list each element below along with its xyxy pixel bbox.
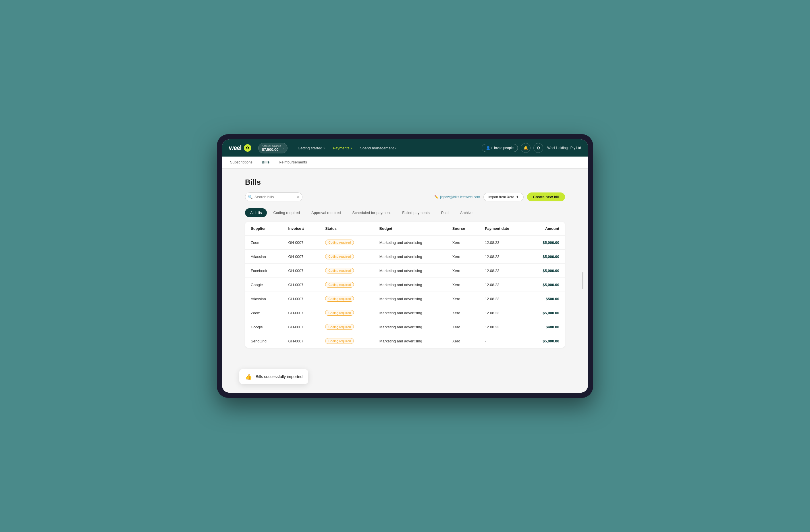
filter-tab-failed-payments[interactable]: Failed payments bbox=[397, 208, 435, 217]
cell-supplier: Atlassian bbox=[245, 292, 282, 306]
filter-tab-paid[interactable]: Paid bbox=[436, 208, 454, 217]
sub-nav-bills[interactable]: Bills bbox=[260, 157, 271, 168]
cell-source: Xero bbox=[447, 306, 479, 320]
table-row[interactable]: Atlassian GH-0007 Coding required Market… bbox=[245, 249, 565, 264]
cell-amount: $5,000.00 bbox=[527, 249, 565, 264]
toast-icon: 👍 bbox=[245, 373, 252, 380]
cell-payment-date: 12.08.23 bbox=[479, 292, 527, 306]
search-wrapper: 🔍 ✕ bbox=[245, 192, 303, 201]
gear-icon: ⚙ bbox=[537, 146, 540, 150]
cell-payment-date: 12.08.23 bbox=[479, 320, 527, 334]
cell-budget: Marketing and advertising bbox=[374, 278, 447, 292]
cell-invoice: GH-0007 bbox=[282, 236, 320, 249]
nav-payments[interactable]: Payments ▾ bbox=[329, 144, 356, 152]
logo-text: weel bbox=[229, 144, 242, 152]
cell-status: Coding required bbox=[319, 278, 374, 292]
cell-budget: Marketing and advertising bbox=[374, 236, 447, 249]
cell-budget: Marketing and advertising bbox=[374, 334, 447, 348]
device-frame: weel ✿ Account balance $7,500.00 › Getti… bbox=[217, 134, 593, 398]
upload-icon: ⬆ bbox=[516, 195, 519, 199]
toolbar: 🔍 ✕ ✏️ jigsaw@bills.letsweel.com Import … bbox=[245, 192, 565, 201]
cell-status: Coding required bbox=[319, 249, 374, 264]
cell-payment-date: 12.08.23 bbox=[479, 264, 527, 278]
cell-invoice: GH-0007 bbox=[282, 249, 320, 264]
notifications-button[interactable]: 🔔 bbox=[521, 143, 531, 153]
cell-supplier: Google bbox=[245, 278, 282, 292]
table-row[interactable]: Zoom GH-0007 Coding required Marketing a… bbox=[245, 306, 565, 320]
nav-spend-management[interactable]: Spend management ▾ bbox=[357, 144, 400, 152]
clear-search-icon[interactable]: ✕ bbox=[297, 195, 299, 199]
settings-button[interactable]: ⚙ bbox=[533, 143, 543, 153]
bills-table: Supplier Invoice # Status Budget bbox=[245, 222, 565, 348]
filter-tab-approval-required[interactable]: Approval required bbox=[306, 208, 346, 217]
sub-nav-reimbursements[interactable]: Reimbursements bbox=[278, 157, 308, 168]
table-row[interactable]: Facebook GH-0007 Coding required Marketi… bbox=[245, 264, 565, 278]
company-name: Weel Holdings Pty Ltd bbox=[547, 146, 581, 150]
navbar: weel ✿ Account balance $7,500.00 › Getti… bbox=[222, 139, 588, 157]
dropdown-arrow-icon: ▾ bbox=[323, 146, 325, 150]
email-link[interactable]: ✏️ jigsaw@bills.letsweel.com bbox=[434, 195, 480, 199]
cell-invoice: GH-0007 bbox=[282, 264, 320, 278]
chevron-right-icon: › bbox=[282, 146, 284, 150]
col-status: Status bbox=[319, 222, 374, 236]
col-invoice: Invoice # bbox=[282, 222, 320, 236]
status-badge: Coding required bbox=[325, 282, 354, 288]
filter-tab-all-bills[interactable]: All bills bbox=[245, 208, 267, 217]
cell-amount: $5,000.00 bbox=[527, 306, 565, 320]
pencil-icon: ✏️ bbox=[434, 195, 439, 199]
account-balance[interactable]: Account balance $7,500.00 › bbox=[258, 143, 288, 154]
cell-amount: $400.00 bbox=[527, 320, 565, 334]
cell-budget: Marketing and advertising bbox=[374, 306, 447, 320]
cell-payment-date: 12.08.23 bbox=[479, 306, 527, 320]
table-row[interactable]: Atlassian GH-0007 Coding required Market… bbox=[245, 292, 565, 306]
table-header-row: Supplier Invoice # Status Budget bbox=[245, 222, 565, 236]
cell-source: Xero bbox=[447, 320, 479, 334]
cell-source: Xero bbox=[447, 292, 479, 306]
cell-supplier: SendGrid bbox=[245, 334, 282, 348]
balance-amount: $7,500.00 bbox=[262, 147, 279, 152]
cell-source: Xero bbox=[447, 249, 479, 264]
cell-supplier: Zoom bbox=[245, 236, 282, 249]
balance-label: Account balance bbox=[262, 145, 281, 147]
cell-invoice: GH-0007 bbox=[282, 320, 320, 334]
cell-amount: $5,000.00 bbox=[527, 334, 565, 348]
table-row[interactable]: Google GH-0007 Coding required Marketing… bbox=[245, 320, 565, 334]
cell-status: Coding required bbox=[319, 236, 374, 249]
cell-invoice: GH-0007 bbox=[282, 292, 320, 306]
filter-tab-archive[interactable]: Archive bbox=[455, 208, 478, 217]
invite-people-button[interactable]: 👤+ Invite people bbox=[482, 144, 518, 152]
cell-amount: $5,000.00 bbox=[527, 264, 565, 278]
status-badge: Coding required bbox=[325, 324, 354, 330]
toast-message: Bills successfully imported bbox=[256, 374, 303, 379]
table-row[interactable]: SendGrid GH-0007 Coding required Marketi… bbox=[245, 334, 565, 348]
cell-invoice: GH-0007 bbox=[282, 278, 320, 292]
cell-payment-date: 12.08.23 bbox=[479, 249, 527, 264]
search-input[interactable] bbox=[245, 192, 303, 201]
sub-nav-subscriptions[interactable]: Subscriptions bbox=[229, 157, 254, 168]
cell-supplier: Atlassian bbox=[245, 249, 282, 264]
cell-status: Coding required bbox=[319, 292, 374, 306]
table-row[interactable]: Google GH-0007 Coding required Marketing… bbox=[245, 278, 565, 292]
logo-area: weel ✿ bbox=[229, 144, 251, 152]
nav-getting-started[interactable]: Getting started ▾ bbox=[294, 144, 328, 152]
cell-status: Coding required bbox=[319, 320, 374, 334]
cell-budget: Marketing and advertising bbox=[374, 249, 447, 264]
status-badge: Coding required bbox=[325, 296, 354, 302]
cell-budget: Marketing and advertising bbox=[374, 320, 447, 334]
cell-amount: $5,000.00 bbox=[527, 278, 565, 292]
filter-tab-coding-required[interactable]: Coding required bbox=[268, 208, 305, 217]
import-from-xero-button[interactable]: Import from Xero ⬆ bbox=[483, 193, 524, 201]
status-badge: Coding required bbox=[325, 338, 354, 344]
cell-supplier: Google bbox=[245, 320, 282, 334]
navbar-right: 👤+ Invite people 🔔 ⚙ Weel Holdings Pty L… bbox=[482, 143, 581, 153]
create-new-bill-button[interactable]: Create new bill bbox=[527, 192, 565, 201]
col-budget: Budget bbox=[374, 222, 447, 236]
table-row[interactable]: Zoom GH-0007 Coding required Marketing a… bbox=[245, 236, 565, 249]
person-add-icon: 👤+ bbox=[486, 146, 492, 150]
cell-status: Coding required bbox=[319, 264, 374, 278]
cell-source: Xero bbox=[447, 236, 479, 249]
page-title: Bills bbox=[245, 178, 565, 187]
cell-payment-date: - bbox=[479, 334, 527, 348]
filter-tab-scheduled-for-payment[interactable]: Scheduled for payment bbox=[347, 208, 396, 217]
status-badge: Coding required bbox=[325, 268, 354, 273]
